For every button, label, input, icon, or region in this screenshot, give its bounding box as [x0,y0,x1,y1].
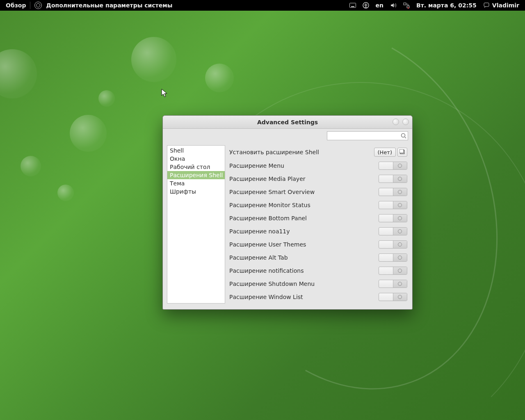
toggle-off-icon [398,229,402,233]
advanced-settings-window: Advanced Settings ShellОкнаРабочий столР… [162,115,413,310]
language-label: en [376,2,383,9]
minimize-button[interactable] [393,119,399,125]
folder-icon [399,149,405,155]
language-indicator[interactable]: en [372,0,387,11]
toggle-off-icon [398,295,402,299]
install-extension-browse-button[interactable] [397,148,407,157]
network-indicator[interactable] [400,0,413,11]
extension-toggle[interactable] [379,280,407,288]
top-panel: Обзор Дополнительные параметры системы e… [0,0,525,11]
extension-label: Расширение Media Player [229,176,306,182]
svg-point-3 [365,4,366,5]
extension-toggle[interactable] [379,214,407,222]
titlebar[interactable]: Advanced Settings [163,116,412,129]
install-extension-row: Установить расширение Shell (Нет) [229,145,408,159]
username-label: Vladimir [492,2,519,9]
extension-row-0: Расширение Menu [229,159,408,172]
sidebar-item-3[interactable]: Расширения Shell [167,171,225,179]
extension-label: Расширение notifications [229,267,304,274]
toggle-off-icon [398,177,402,181]
tweak-tool-icon [34,2,42,9]
sidebar-item-5[interactable]: Шрифты [167,187,225,196]
toggle-off-icon [398,203,402,207]
svg-rect-4 [404,3,406,5]
sidebar-item-0[interactable]: Shell [167,146,225,155]
search-bar [163,129,412,142]
keyboard-indicator[interactable] [346,0,359,11]
toggle-off-icon [398,242,402,247]
keyboard-icon [349,2,356,9]
toggle-off-icon [398,256,402,260]
network-icon [403,2,410,9]
panel-separator [30,2,30,9]
activities-label: Обзор [6,2,26,9]
toggle-off-icon [398,164,402,168]
active-app-indicator[interactable]: Дополнительные параметры системы [31,0,176,11]
extension-row-7: Расширение Alt Tab [229,251,408,264]
extension-label: Расширение Monitor Status [229,202,310,208]
extension-toggle[interactable] [379,188,407,196]
extension-label: Расширение Alt Tab [229,254,288,261]
toggle-off-icon [398,190,402,194]
clock-label: Вт. марта 6, 02:55 [416,2,477,9]
extension-row-8: Расширение notifications [229,264,408,277]
settings-content: Установить расширение Shell (Нет) Расшир… [229,145,408,304]
clock[interactable]: Вт. марта 6, 02:55 [413,0,480,11]
extension-toggle[interactable] [379,162,407,170]
extension-row-10: Расширение Window List [229,290,408,304]
extension-label: Расширение Shutdown Menu [229,281,315,287]
extension-toggle[interactable] [379,227,407,235]
extension-label: Расширение Smart Overview [229,189,315,195]
extension-toggle[interactable] [379,267,407,275]
sidebar-item-2[interactable]: Рабочий стол [167,163,225,171]
window-title: Advanced Settings [257,119,318,126]
extension-label: Расширение Menu [229,162,284,169]
user-menu[interactable]: Vladimir [480,0,523,11]
extension-toggle[interactable] [379,253,407,262]
extension-row-6: Расширение User Themes [229,238,408,251]
search-icon [401,132,406,140]
toggle-off-icon [398,282,402,286]
extension-label: Расширение noa11y [229,228,290,235]
extension-label: Расширение Bottom Panel [229,215,307,221]
extension-row-5: Расширение noa11y [229,225,408,238]
active-app-title: Дополнительные параметры системы [46,2,172,9]
accessibility-indicator[interactable] [359,0,372,11]
toggle-off-icon [398,216,402,220]
extension-toggle[interactable] [379,201,407,209]
activities-button[interactable]: Обзор [2,0,29,11]
sidebar-item-1[interactable]: Окна [167,155,225,163]
extension-toggle[interactable] [379,240,407,249]
extension-row-9: Расширение Shutdown Menu [229,277,408,290]
extension-row-3: Расширение Monitor Status [229,199,408,212]
install-extension-value: (Нет) [378,149,393,155]
svg-rect-6 [484,3,489,7]
extension-label: Расширение User Themes [229,241,306,248]
extension-row-4: Расширение Bottom Panel [229,212,408,225]
sidebar-item-4[interactable]: Тема [167,179,225,187]
accessibility-icon [363,2,369,9]
extension-toggle[interactable] [379,293,407,301]
extension-row-2: Расширение Smart Overview [229,185,408,199]
svg-rect-1 [351,6,354,7]
svg-point-7 [402,134,405,137]
search-input[interactable] [327,131,408,140]
category-sidebar: ShellОкнаРабочий столРасширения ShellТем… [167,145,225,304]
close-button[interactable] [402,119,409,125]
extension-toggle[interactable] [379,175,407,183]
volume-icon [390,2,397,9]
volume-indicator[interactable] [387,0,400,11]
toggle-off-icon [398,269,402,273]
install-extension-label: Установить расширение Shell [229,149,319,155]
install-extension-value-button[interactable]: (Нет) [374,148,396,157]
user-available-icon [483,2,490,9]
extension-label: Расширение Window List [229,294,303,300]
svg-rect-9 [399,149,404,153]
extension-row-1: Расширение Media Player [229,172,408,185]
